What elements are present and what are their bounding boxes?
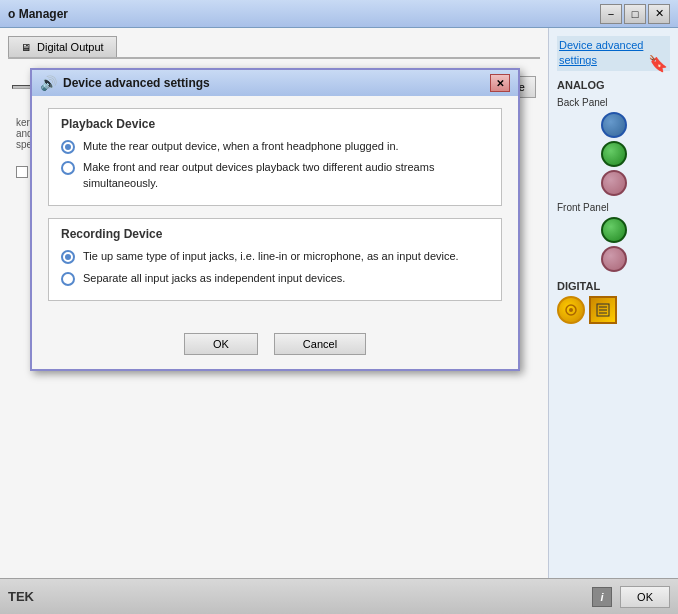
recording-option-2: Separate all input jacks as independent …	[61, 271, 489, 286]
modal-titlebar: 🔊 Device advanced settings ✕	[32, 70, 518, 96]
digital-icons	[557, 296, 670, 324]
device-advanced-link[interactable]: Device advanced settings 🔖	[557, 36, 670, 71]
left-panel: 🖥 Digital Output 🔊 Set Default Device ke…	[0, 28, 548, 578]
back-panel-jack-2[interactable]	[601, 141, 627, 167]
analog-label: ANALOG	[557, 79, 670, 91]
modal-title: Device advanced settings	[63, 76, 484, 90]
titlebar: o Manager − □ ✕	[0, 0, 678, 28]
recording-option-1: Tie up same type of input jacks, i.e. li…	[61, 249, 489, 264]
back-panel-jack-1[interactable]	[601, 112, 627, 138]
titlebar-controls: − □ ✕	[600, 4, 670, 24]
recording-label-1: Tie up same type of input jacks, i.e. li…	[83, 249, 459, 264]
recording-label-2: Separate all input jacks as independent …	[83, 271, 345, 286]
front-panel-jack-2[interactable]	[601, 246, 627, 272]
back-panel-jack-3[interactable]	[601, 170, 627, 196]
digital-section: DIGITAL	[557, 280, 670, 324]
info-button[interactable]: i	[592, 587, 612, 607]
playback-section: Playback Device Mute the rear output dev…	[48, 108, 502, 206]
modal-footer: OK Cancel	[32, 325, 518, 369]
playback-radio-2[interactable]	[61, 161, 75, 175]
close-button[interactable]: ✕	[648, 4, 670, 24]
device-advanced-modal: 🔊 Device advanced settings ✕ Playback De…	[30, 68, 520, 371]
playback-radio-1[interactable]	[61, 140, 75, 154]
bottom-ok-button[interactable]: OK	[620, 586, 670, 608]
recording-section-title: Recording Device	[61, 227, 489, 241]
maximize-button[interactable]: □	[624, 4, 646, 24]
right-panel: Device advanced settings 🔖 ANALOG Back P…	[548, 28, 678, 578]
modal-overlay: 🔊 Device advanced settings ✕ Playback De…	[0, 28, 548, 578]
recording-radio-2[interactable]	[61, 272, 75, 286]
modal-body: Playback Device Mute the rear output dev…	[32, 96, 518, 325]
window-title: o Manager	[8, 7, 68, 21]
bookmark-icon: 🔖	[648, 53, 668, 75]
main-content: 🖥 Digital Output 🔊 Set Default Device ke…	[0, 28, 678, 578]
analog-section: ANALOG Back Panel Front Panel	[557, 79, 670, 272]
front-panel-label: Front Panel	[557, 202, 670, 213]
playback-section-title: Playback Device	[61, 117, 489, 131]
playback-label-1: Mute the rear output device, when a fron…	[83, 139, 399, 154]
modal-close-button[interactable]: ✕	[490, 74, 510, 92]
minimize-button[interactable]: −	[600, 4, 622, 24]
front-panel-jack-1[interactable]	[601, 217, 627, 243]
playback-option-1: Mute the rear output device, when a fron…	[61, 139, 489, 154]
bottom-bar: TEK i OK	[0, 578, 678, 614]
recording-radio-1[interactable]	[61, 250, 75, 264]
brand-label: TEK	[8, 589, 34, 604]
back-panel-label: Back Panel	[557, 97, 670, 108]
playback-option-2: Make front and rear output devices playb…	[61, 160, 489, 191]
playback-label-2: Make front and rear output devices playb…	[83, 160, 489, 191]
digital-label: DIGITAL	[557, 280, 670, 292]
hdmi-icon[interactable]	[589, 296, 617, 324]
modal-cancel-button[interactable]: Cancel	[274, 333, 366, 355]
svg-point-1	[569, 308, 573, 312]
recording-section: Recording Device Tie up same type of inp…	[48, 218, 502, 301]
modal-ok-button[interactable]: OK	[184, 333, 258, 355]
modal-icon: 🔊	[40, 75, 57, 91]
spdif-icon[interactable]	[557, 296, 585, 324]
